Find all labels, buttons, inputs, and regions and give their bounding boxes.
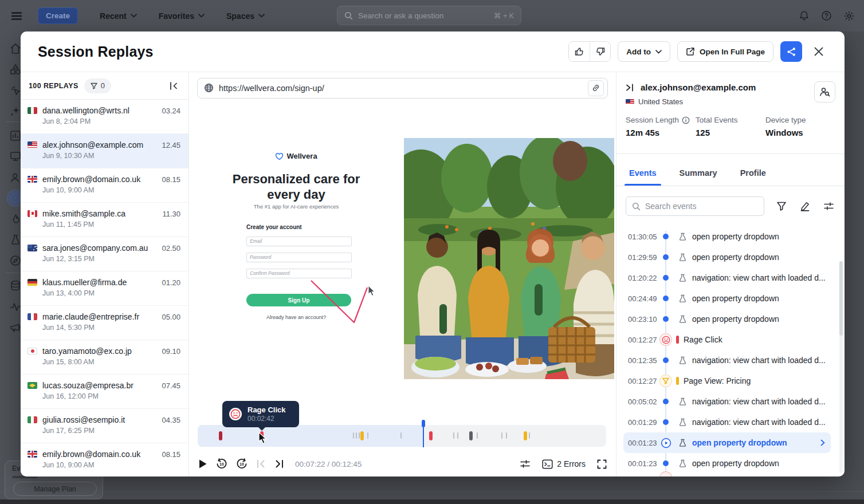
nav-data-icon[interactable] — [9, 279, 21, 292]
replay-list-item[interactable]: dana.wellington@wrts.nl Jun 8, 2:04 PM 0… — [21, 100, 188, 134]
nav-objects-icon[interactable] — [9, 63, 21, 76]
global-search-input[interactable]: Search or ask a question ⌘ + K — [337, 6, 521, 25]
copy-link-button[interactable] — [588, 80, 604, 96]
nav-ai-sparkles-icon[interactable] — [9, 105, 21, 117]
rewind-10-button[interactable]: 10 — [216, 458, 227, 470]
thumbs-down-button[interactable] — [590, 42, 610, 61]
menu-icon[interactable] — [10, 10, 23, 22]
timeline-marker[interactable] — [457, 432, 458, 439]
event-row[interactable]: 01:29:59 open property dropdown — [616, 247, 845, 267]
signin-link[interactable]: Already have an account? — [223, 314, 369, 320]
nav-announce-icon[interactable] — [9, 321, 21, 334]
timeline-marker[interactable] — [353, 432, 354, 439]
timeline-marker[interactable] — [359, 432, 360, 439]
create-button[interactable]: Create — [38, 7, 78, 24]
replay-list-item[interactable]: taro.yamamoto@ex.co.jp Jun 15, 8:00 AM 0… — [21, 340, 188, 375]
replay-list-item-selected[interactable]: alex.johnson@example.com Jun 9, 10:30 AM… — [21, 134, 188, 168]
user-lookup-button[interactable] — [814, 81, 835, 103]
timeline-marker[interactable] — [529, 432, 530, 439]
replay-list-item[interactable]: marie.claude@entreprise.fr Jun 14, 5:30 … — [21, 306, 188, 340]
nav-activity-icon[interactable] — [9, 301, 21, 313]
tab-profile[interactable]: Profile — [737, 168, 769, 186]
timeline-marker[interactable] — [524, 431, 527, 440]
settings-gear-icon[interactable] — [843, 10, 855, 22]
replay-list-item[interactable]: klaus.mueller@firma.de Jun 13, 4:00 PM 0… — [21, 271, 188, 306]
timeline-track[interactable]: Rage Click 00:02:42 — [198, 425, 606, 447]
fullscreen-button[interactable] — [597, 459, 607, 469]
tab-summary[interactable]: Summary — [676, 168, 721, 186]
play-button[interactable] — [198, 459, 207, 469]
nav-flame-icon[interactable] — [9, 213, 21, 226]
open-full-page-button[interactable]: Open In Full Page — [677, 41, 773, 62]
filter-button[interactable]: 0 — [84, 78, 111, 93]
event-row[interactable]: 00:01:29 navigation: view chart with loa… — [616, 412, 845, 432]
playback-settings-button[interactable] — [520, 459, 531, 469]
thumbs-up-button[interactable] — [569, 42, 590, 61]
next-event-button[interactable] — [274, 459, 284, 468]
nav-discover-icon[interactable] — [9, 254, 21, 267]
prev-event-button[interactable] — [256, 459, 266, 468]
add-to-button[interactable]: Add to — [618, 41, 670, 62]
event-row[interactable]: 00:01:23 open property dropdown — [616, 453, 845, 474]
replay-list-item[interactable]: sara.jones@company.com.au Jun 12, 3:15 P… — [21, 237, 188, 271]
event-highlight-button[interactable] — [799, 200, 811, 212]
close-button[interactable] — [809, 42, 828, 61]
event-flask-icon — [678, 233, 687, 241]
email-field[interactable]: Email — [246, 237, 352, 246]
timeline-marker[interactable] — [469, 431, 473, 440]
event-row[interactable]: 00:23:10 open property dropdown — [616, 309, 845, 329]
timeline-marker[interactable] — [400, 432, 402, 439]
event-filter-button[interactable] — [775, 200, 788, 212]
notifications-icon[interactable] — [799, 10, 810, 21]
tab-events[interactable]: Events — [626, 168, 660, 186]
timeline-marker[interactable] — [477, 432, 478, 439]
plan-usage-label: Ev — [12, 464, 21, 472]
replay-list-item[interactable]: emily.brown@domain.co.uk Jun 10, 9:00 AM… — [21, 168, 188, 203]
help-icon[interactable] — [821, 10, 832, 21]
nav-dashboards-icon[interactable] — [9, 150, 21, 163]
replay-list-item[interactable]: emily.brown@domain.co.uk Jun 10, 9:00 AM… — [21, 443, 188, 477]
replay-list-item[interactable]: lucas.souza@empresa.br Jun 16, 12:00 PM … — [21, 375, 188, 409]
timeline-marker[interactable] — [453, 432, 454, 439]
timeline-marker[interactable] — [356, 432, 357, 439]
nav-experiments-icon[interactable] — [9, 234, 21, 246]
info-icon[interactable] — [682, 116, 690, 124]
event-settings-button[interactable] — [822, 200, 835, 212]
nav-spaces[interactable]: Spaces — [226, 11, 265, 21]
event-row-rage-click[interactable]: 00:12:27 Rage Click — [616, 329, 845, 350]
event-row[interactable]: 00:12:35 navigation: view chart with loa… — [616, 350, 845, 371]
event-row-selected[interactable]: 00:01:23 open property dropdown — [623, 432, 831, 453]
nav-favorites[interactable]: Favorites — [159, 11, 205, 21]
collapse-panel-icon[interactable] — [167, 80, 180, 92]
collapse-panel-right-icon[interactable] — [626, 84, 634, 92]
event-row[interactable]: 00:05:02 navigation: view chart with loa… — [616, 391, 845, 412]
confirm-password-field[interactable]: Confirm Password — [246, 269, 352, 278]
sign-up-button[interactable]: Sign Up — [246, 294, 351, 306]
replay-list-item[interactable]: mike.smith@sample.ca Jun 11, 1:45 PM 11.… — [21, 203, 188, 237]
nav-home-icon[interactable] — [9, 42, 21, 55]
timeline-marker[interactable] — [429, 431, 433, 440]
event-row[interactable]: 00:24:49 open property dropdown — [616, 288, 845, 309]
timeline-marker[interactable] — [506, 432, 507, 439]
replay-list-item[interactable]: giulia.rossi@esempio.it Jun 17, 6:25 PM … — [21, 409, 188, 443]
search-events-input[interactable]: Search events — [626, 196, 764, 216]
timeline-marker[interactable] — [360, 431, 364, 440]
forward-10-button[interactable]: 10 — [236, 458, 248, 470]
event-row[interactable]: 01:20:22 navigation: view chart with loa… — [616, 267, 845, 288]
timeline-marker[interactable] — [367, 432, 368, 439]
events-scrollbar[interactable] — [839, 261, 843, 473]
timeline-playhead[interactable] — [423, 420, 424, 447]
event-row[interactable]: 01:30:05 open property dropdown — [616, 226, 845, 247]
event-row-page-view[interactable]: 00:12:27 Page View: Pricing — [616, 371, 845, 391]
share-button[interactable] — [780, 41, 802, 62]
nav-click-icon[interactable] — [9, 84, 21, 97]
timeline-marker[interactable] — [219, 431, 222, 440]
nav-recent[interactable]: Recent — [100, 11, 137, 21]
nav-charts-icon[interactable] — [9, 129, 21, 142]
timeline-marker[interactable] — [501, 432, 502, 439]
errors-button[interactable]: 2 Errors — [542, 459, 586, 469]
nav-users-icon[interactable] — [9, 171, 21, 184]
manage-plan-button[interactable]: Manage Plan — [13, 482, 97, 496]
password-field[interactable]: Password — [246, 253, 352, 262]
nav-session-replay-icon[interactable] — [9, 192, 21, 204]
